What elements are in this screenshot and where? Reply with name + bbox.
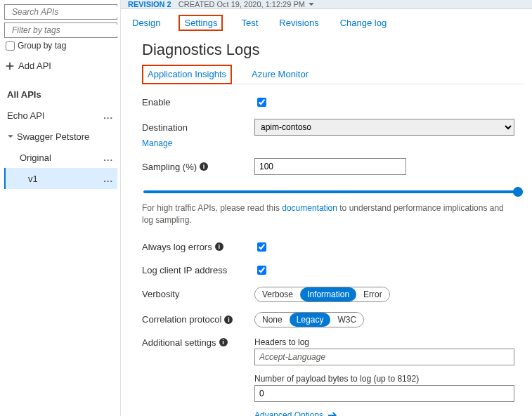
tab-settings[interactable]: Settings (179, 15, 223, 31)
advanced-options-link[interactable]: Advanced Options (254, 410, 514, 416)
log-client-ip-checkbox[interactable] (257, 266, 266, 275)
sampling-slider[interactable] (143, 190, 523, 193)
tab-bar: Design Settings Test Revisions Change lo… (121, 9, 532, 37)
sampling-input[interactable] (254, 158, 406, 175)
nav-v1[interactable]: v1 ... (4, 168, 117, 189)
headers-to-log-label: Headers to log (254, 337, 514, 347)
payload-bytes-label: Number of payload bytes to log (up to 81… (254, 374, 514, 384)
destination-select[interactable]: apim-contoso (254, 119, 514, 136)
verbosity-error[interactable]: Error (356, 287, 389, 301)
filter-tags-input[interactable] (11, 25, 119, 36)
correlation-w3c[interactable]: W3C (330, 313, 363, 327)
plus-icon (6, 62, 14, 70)
page-title: Diagnostics Logs (142, 41, 524, 59)
documentation-link[interactable]: documentation (282, 203, 337, 213)
filter-tags-box[interactable] (4, 22, 117, 38)
ellipsis-icon[interactable]: ... (103, 110, 113, 121)
correlation-legacy[interactable]: Legacy (290, 313, 331, 327)
ellipsis-icon[interactable]: ... (103, 152, 113, 163)
always-log-errors-checkbox[interactable] (257, 242, 266, 252)
verbosity-label: Verbosity (142, 289, 254, 299)
tab-change-log[interactable]: Change log (337, 16, 390, 30)
group-by-tag-row[interactable]: Group by tag (6, 41, 117, 51)
verbosity-verbose[interactable]: Verbose (255, 287, 300, 301)
search-apis-box[interactable] (4, 4, 117, 20)
revision-bar: REVISION 2 CREATED Oct 19, 2020, 1:12:29… (121, 0, 532, 9)
nav-all-apis[interactable]: All APIs (4, 84, 117, 105)
correlation-segmented[interactable]: None Legacy W3C (254, 312, 364, 327)
tab-design[interactable]: Design (129, 16, 163, 30)
additional-settings-label: Additional settings i (142, 337, 254, 348)
sidebar: Group by tag Add API All APIs Echo API .… (0, 0, 121, 416)
headers-to-log-input[interactable] (254, 349, 514, 365)
revision-badge[interactable]: REVISION 2 (128, 0, 171, 8)
enable-checkbox[interactable] (257, 98, 266, 107)
search-apis-input[interactable] (11, 6, 119, 18)
payload-bytes-input[interactable] (254, 385, 514, 402)
nav-swagger-petstore[interactable]: Swagger Petstore (4, 126, 117, 147)
revision-created[interactable]: CREATED Oct 19, 2020, 1:12:29 PM (179, 0, 315, 8)
ellipsis-icon[interactable]: ... (103, 174, 113, 184)
info-icon[interactable]: i (224, 316, 233, 324)
tab-revisions[interactable]: Revisions (276, 16, 321, 30)
group-by-tag-checkbox[interactable] (6, 41, 15, 51)
group-by-tag-label: Group by tag (18, 41, 66, 51)
destination-label: Destination (142, 122, 254, 133)
add-api-button[interactable]: Add API (6, 60, 117, 71)
always-log-errors-label: Always log errors i (142, 242, 254, 252)
verbosity-segmented[interactable]: Verbose Information Error (254, 287, 390, 302)
info-icon[interactable]: i (215, 242, 223, 251)
chevron-down-icon (7, 133, 14, 140)
log-client-ip-label: Log client IP address (142, 265, 254, 275)
nav-echo-api[interactable]: Echo API ... (4, 105, 117, 126)
info-icon[interactable]: i (200, 162, 208, 171)
manage-link[interactable]: Manage (142, 138, 524, 148)
subtab-application-insights[interactable]: Application Insights (142, 65, 232, 84)
correlation-none[interactable]: None (255, 313, 290, 327)
subtab-azure-monitor[interactable]: Azure Monitor (250, 65, 310, 84)
nav-original[interactable]: Original ... (4, 147, 117, 168)
tab-test[interactable]: Test (238, 16, 261, 30)
info-icon[interactable]: i (219, 338, 228, 346)
enable-label: Enable (142, 97, 254, 108)
add-api-label: Add API (18, 60, 51, 71)
correlation-label: Correlation protocol i (142, 314, 254, 325)
verbosity-information[interactable]: Information (300, 287, 356, 301)
chevron-down-icon (308, 1, 315, 8)
sampling-helper-text: For high traffic APIs, please read this … (142, 202, 514, 226)
main-panel: REVISION 2 CREATED Oct 19, 2020, 1:12:29… (121, 0, 532, 416)
subtab-bar: Application Insights Azure Monitor (142, 65, 524, 84)
sampling-label: Sampling (%) i (142, 162, 254, 172)
arrow-right-icon (327, 410, 337, 416)
